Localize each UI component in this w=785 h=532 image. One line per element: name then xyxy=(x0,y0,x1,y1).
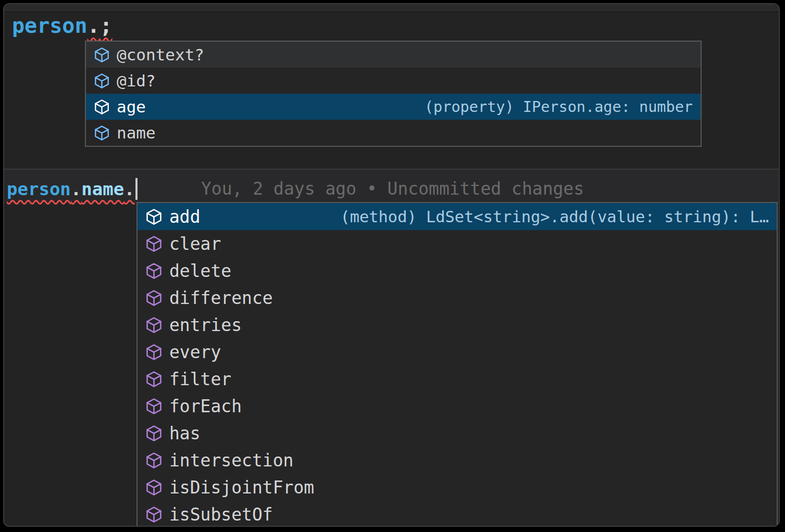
symbol-cube-icon xyxy=(145,479,163,496)
suggestion-label: entries xyxy=(169,315,242,335)
suggestion-label: difference xyxy=(169,288,273,308)
suggestion-item-intersection[interactable]: intersection xyxy=(138,447,777,474)
suggestion-label: delete xyxy=(169,261,231,281)
suggestion-item-issubsetof[interactable]: isSubsetOf xyxy=(138,501,777,527)
symbol-cube-icon xyxy=(145,506,163,523)
suggestion-detail: (method) LdSet<string>.add(value: string… xyxy=(330,208,769,226)
suggestion-item-name[interactable]: name xyxy=(86,120,701,146)
suggestion-detail: (property) IPerson.age: number xyxy=(414,98,693,116)
suggestion-item-has[interactable]: has xyxy=(138,420,777,447)
suggest-widget-bottom: add (method) LdSet<string>.add(value: st… xyxy=(136,202,778,527)
editor-top-strip xyxy=(4,4,779,12)
text-cursor xyxy=(135,178,138,200)
suggestion-label: @context? xyxy=(117,45,204,64)
symbol-cube-icon xyxy=(145,289,163,307)
token-dot: . xyxy=(71,179,81,199)
suggestion-item-entries[interactable]: entries xyxy=(138,311,777,338)
token-person: person xyxy=(7,179,71,199)
symbol-cube-icon xyxy=(145,371,163,388)
editor-window: person.; @context? @id? age (property xyxy=(3,3,780,527)
suggestion-label: has xyxy=(169,423,201,444)
code-line-top[interactable]: person.; xyxy=(12,11,113,40)
suggestion-item-context[interactable]: @context? xyxy=(86,42,701,68)
suggestion-label: age xyxy=(117,97,146,116)
suggestion-item-add[interactable]: add (method) LdSet<string>.add(value: st… xyxy=(138,203,777,230)
symbol-cube-icon xyxy=(145,262,163,280)
symbol-cube-icon xyxy=(145,208,163,225)
symbol-cube-icon xyxy=(145,344,163,361)
symbol-cube-icon xyxy=(94,47,110,63)
symbol-cube-icon xyxy=(94,125,110,141)
symbol-cube-icon xyxy=(145,235,163,252)
suggestion-label: every xyxy=(169,342,221,362)
symbol-cube-icon xyxy=(145,452,163,469)
token-person: person xyxy=(12,14,88,37)
suggestion-item-difference[interactable]: difference xyxy=(138,284,777,311)
token-name: name xyxy=(81,179,124,199)
symbol-cube-icon xyxy=(94,73,110,89)
suggestion-item-every[interactable]: every xyxy=(138,338,777,365)
suggestion-item-age[interactable]: age (property) IPerson.age: number xyxy=(86,94,701,120)
suggestion-label: clear xyxy=(169,234,221,254)
suggestion-label: @id? xyxy=(117,71,156,90)
suggestion-label: intersection xyxy=(169,450,293,471)
suggestion-item-delete[interactable]: delete xyxy=(138,257,777,284)
symbol-cube-icon xyxy=(145,398,163,415)
suggestion-item-id[interactable]: @id? xyxy=(86,68,701,94)
error-underline-span: person.name. xyxy=(7,174,135,204)
suggestion-label: name xyxy=(117,123,156,142)
suggestion-label: isSubsetOf xyxy=(169,504,273,525)
suggestion-label: add xyxy=(169,207,201,227)
code-line-bottom[interactable]: person.name. xyxy=(7,174,138,204)
token-semicolon-error: ; xyxy=(100,14,113,37)
token-dot-error: . xyxy=(88,14,100,37)
suggestion-item-clear[interactable]: clear xyxy=(138,230,777,257)
suggestion-item-isdisjointfrom[interactable]: isDisjointFrom xyxy=(138,474,777,501)
suggestion-item-filter[interactable]: filter xyxy=(138,365,777,392)
symbol-cube-icon xyxy=(145,316,163,334)
git-blame-annotation: You, 2 days ago • Uncommitted changes xyxy=(201,174,584,204)
suggestion-item-foreach[interactable]: forEach xyxy=(138,392,777,420)
suggestion-label: forEach xyxy=(169,396,242,416)
suggestion-label: filter xyxy=(169,369,231,389)
suggest-widget-top: @context? @id? age (property) IPerson.ag… xyxy=(85,41,702,147)
symbol-cube-icon xyxy=(145,425,163,442)
suggestion-label: isDisjointFrom xyxy=(169,477,314,498)
token-dot: . xyxy=(124,179,134,199)
symbol-cube-icon xyxy=(94,99,110,115)
